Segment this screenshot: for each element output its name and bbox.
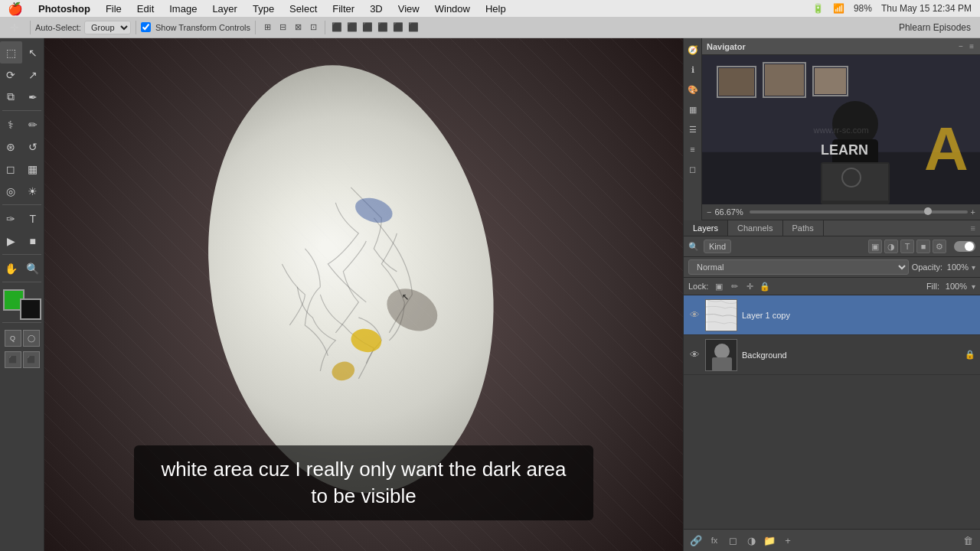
menu-filter[interactable]: Filter: [325, 0, 362, 17]
filter-smart-icon[interactable]: ⚙: [933, 240, 946, 253]
zoom-out-icon[interactable]: −: [707, 207, 711, 217]
menu-view[interactable]: View: [390, 0, 427, 17]
quick-mask-mode[interactable]: ◯: [23, 330, 40, 347]
zoom-tool[interactable]: 🔍: [22, 257, 44, 279]
toolbar: ✛ Auto-Select: Group Layer Show Transfor…: [0, 17, 980, 38]
lock-position-icon[interactable]: ✛: [743, 280, 756, 292]
screen-mode-1[interactable]: ⬛: [5, 351, 21, 368]
pen-tool[interactable]: ✑: [0, 207, 22, 230]
tab-channels[interactable]: Channels: [728, 220, 782, 236]
side-icon-layers[interactable]: ≡: [685, 141, 701, 158]
menu-layer[interactable]: Layer: [204, 0, 245, 17]
opacity-value[interactable]: 100%: [946, 262, 969, 272]
dodge-tool[interactable]: ☀: [22, 180, 44, 202]
align-center-icon[interactable]: ⬛: [345, 21, 359, 34]
hand-tool[interactable]: ✋: [0, 257, 22, 279]
transform-icon-3[interactable]: ⊠: [291, 21, 305, 34]
workspace-label[interactable]: Phlearn Episodes: [899, 22, 977, 33]
filter-toggle[interactable]: [954, 241, 975, 252]
tab-layers[interactable]: Layers: [684, 220, 728, 236]
lock-pixels-icon[interactable]: ✏: [728, 280, 740, 292]
menu-3d[interactable]: 3D: [362, 0, 390, 17]
link-layers-btn[interactable]: 🔗: [688, 533, 704, 548]
apple-menu[interactable]: 🍎: [0, 2, 31, 16]
zoom-in-icon[interactable]: +: [971, 207, 975, 217]
background-color[interactable]: [20, 298, 41, 320]
text-tool[interactable]: T: [22, 207, 44, 230]
delete-layer-btn[interactable]: 🗑: [960, 533, 975, 548]
show-transform-checkbox[interactable]: [141, 22, 151, 32]
new-adj-btn[interactable]: ◑: [743, 533, 759, 548]
navigator-minimize[interactable]: −: [957, 42, 965, 51]
side-icon-nav[interactable]: 🧭: [685, 41, 701, 58]
navigator-expand[interactable]: ≡: [968, 42, 975, 51]
select-tool[interactable]: ↗: [22, 64, 44, 86]
layer-item-0[interactable]: 👁 Layer 1 co: [684, 295, 980, 335]
new-group-btn[interactable]: 📁: [762, 533, 777, 548]
crop-tool[interactable]: ⧉: [0, 86, 22, 108]
zoom-slider-thumb[interactable]: [924, 207, 932, 215]
menu-image[interactable]: Image: [162, 0, 204, 17]
lasso-tool[interactable]: ⟳: [0, 64, 22, 86]
move-tool-icon[interactable]: ✛: [3, 16, 25, 38]
tab-paths[interactable]: Paths: [783, 220, 824, 236]
lock-all-icon[interactable]: 🔒: [759, 280, 771, 292]
add-style-btn[interactable]: fx: [707, 533, 722, 548]
clone-tool[interactable]: ⊛: [0, 135, 22, 158]
spot-heal-tool[interactable]: ⚕: [0, 113, 22, 135]
transform-icon-1[interactable]: ⊞: [260, 21, 274, 34]
menu-help[interactable]: Help: [478, 0, 514, 17]
menu-edit[interactable]: Edit: [129, 0, 162, 17]
filter-shape-icon[interactable]: ■: [916, 240, 930, 253]
tool-row-8: ✑ T: [0, 207, 44, 230]
filter-text-icon[interactable]: T: [900, 240, 914, 253]
blur-tool[interactable]: ◎: [0, 180, 22, 202]
menu-photoshop[interactable]: Photoshop: [31, 0, 98, 17]
eraser-tool[interactable]: ◻: [0, 158, 22, 180]
navigator-header: Navigator − ≡: [702, 38, 980, 55]
move-tool[interactable]: ↖: [22, 41, 44, 64]
menu-type[interactable]: Type: [245, 0, 282, 17]
zoom-slider[interactable]: [750, 210, 967, 214]
new-layer-btn[interactable]: +: [780, 533, 795, 548]
fill-arrow[interactable]: ▾: [972, 282, 975, 291]
align-bottom-icon[interactable]: ⬛: [407, 21, 420, 34]
side-icon-adjust[interactable]: ☰: [685, 121, 701, 138]
lock-transparency-icon[interactable]: ▣: [713, 280, 725, 292]
layer-item-1[interactable]: 👁 Background 🔒: [684, 335, 980, 375]
align-top-icon[interactable]: ⬛: [376, 21, 390, 34]
side-icon-color[interactable]: 🎨: [685, 81, 701, 98]
layer-0-visibility[interactable]: 👁: [688, 309, 701, 321]
transform-icon-2[interactable]: ⊟: [276, 21, 289, 34]
fill-value[interactable]: 100%: [944, 282, 967, 291]
screen-mode-2[interactable]: ⬛: [23, 351, 40, 368]
menu-window[interactable]: Window: [427, 0, 478, 17]
brush-tool[interactable]: ✏: [22, 113, 44, 135]
shape-tool[interactable]: ■: [22, 230, 44, 252]
layers-panel-menu[interactable]: ≡: [966, 220, 980, 236]
auto-select-dropdown[interactable]: Group Layer: [84, 21, 131, 34]
transform-icon-4[interactable]: ⊡: [306, 21, 320, 34]
side-icon-swatches[interactable]: ▦: [685, 101, 701, 118]
side-icon-info[interactable]: ℹ: [685, 61, 701, 78]
history-brush[interactable]: ↺: [22, 135, 44, 158]
marquee-tool[interactable]: ⬚: [0, 41, 22, 64]
side-icon-masks[interactable]: ◻: [685, 161, 701, 178]
add-mask-btn[interactable]: ◻: [725, 533, 740, 548]
layers-tabs: Layers Channels Paths ≡: [684, 220, 980, 236]
opacity-arrow[interactable]: ▾: [972, 263, 975, 272]
gradient-tool[interactable]: ▦: [22, 158, 44, 180]
filter-kind-select[interactable]: Kind: [704, 240, 731, 253]
standard-mode[interactable]: Q: [5, 330, 21, 347]
path-select-tool[interactable]: ▶: [0, 230, 22, 252]
eyedropper-tool[interactable]: ✒: [22, 86, 44, 108]
align-middle-icon[interactable]: ⬛: [391, 21, 405, 34]
align-right-icon[interactable]: ⬛: [361, 21, 374, 34]
blend-mode-select[interactable]: Normal Multiply Screen Overlay: [688, 259, 909, 275]
align-left-icon[interactable]: ⬛: [330, 21, 344, 34]
filter-adjust-icon[interactable]: ◑: [884, 240, 898, 253]
menu-file[interactable]: File: [98, 0, 129, 17]
menu-select[interactable]: Select: [282, 0, 325, 17]
layer-1-visibility[interactable]: 👁: [688, 349, 701, 361]
filter-pixel-icon[interactable]: ▣: [868, 240, 882, 253]
